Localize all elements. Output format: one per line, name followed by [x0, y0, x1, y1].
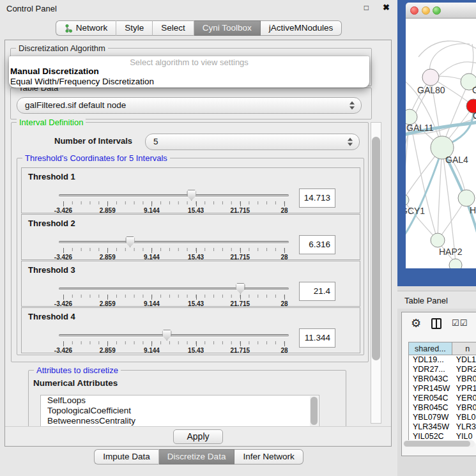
major-tick	[151, 295, 152, 300]
algorithm-combobox-placeholder: Select algorithm to view settings	[9, 58, 369, 67]
minor-ticks	[63, 248, 284, 251]
threshold-1-label: Threshold 1	[28, 172, 75, 181]
table-row[interactable]: YDR27...YDR2	[409, 365, 476, 374]
tab-style[interactable]: Style	[116, 20, 153, 36]
major-tick	[63, 341, 64, 346]
slider-groove[interactable]	[59, 241, 289, 243]
cyni-content: Discretization Algorithm Table Data galF…	[4, 40, 392, 447]
zoom-traffic-light-icon[interactable]	[433, 6, 441, 15]
table-data-group: Table Data galFiltered.sif default node	[10, 88, 372, 119]
major-tick	[107, 248, 108, 253]
slider-thumb[interactable]	[125, 236, 135, 247]
column-header-shared[interactable]: shared...	[408, 342, 452, 355]
scale-label: 28	[280, 207, 288, 214]
column-header-name[interactable]: n	[452, 342, 476, 355]
scale-label: 15.43	[188, 254, 204, 261]
threshold-1-value-field[interactable]: 14.713	[299, 188, 335, 208]
slider-groove[interactable]	[59, 288, 289, 290]
table-cell: YLR345W	[409, 422, 452, 432]
major-tick	[63, 248, 64, 253]
content-vertical-scrollbar[interactable]	[371, 122, 381, 424]
node-hap2[interactable]	[431, 233, 445, 247]
control-panel: Control Panel □ ✖ Network Style Select C…	[0, 0, 397, 476]
table-cell: YBR045C	[409, 403, 452, 413]
tab-cyni-toolbox[interactable]: Cyni Toolbox	[194, 20, 261, 36]
table-row[interactable]: YDL19...YDL1	[409, 355, 476, 365]
node-h[interactable]	[458, 190, 475, 206]
threshold-2-value-field[interactable]: 6.316	[299, 235, 335, 254]
table-cell: YDR27...	[409, 365, 452, 374]
screen: Control Panel □ ✖ Network Style Select C…	[0, 0, 476, 476]
slider-ticks	[63, 341, 284, 346]
right-panel: GAL80 G C GAL11 GAL4 GCY1 H HAP2 Table P…	[397, 0, 476, 476]
table-data-combobox-value: galFiltered.sif default node	[25, 100, 126, 110]
tab-infer-network-label: Infer Network	[243, 450, 294, 464]
close-traffic-light-icon[interactable]	[410, 6, 418, 15]
list-item[interactable]: SelfLoops	[41, 395, 319, 406]
list-item[interactable]: BetweennessCentrality	[41, 416, 319, 426]
minor-ticks	[63, 341, 284, 344]
slider-thumb[interactable]	[236, 283, 245, 294]
table-scrollbar-thumb[interactable]	[404, 441, 470, 447]
algorithm-dropdown-popup: Select algorithm to view settings Manual…	[9, 56, 369, 88]
table-row[interactable]: YPR145WYPR1	[409, 384, 476, 394]
threshold-4-value-field[interactable]: 11.344	[299, 328, 335, 348]
attributes-list-scrollbar[interactable]	[310, 396, 318, 428]
threshold-4-panel: Threshold 4	[21, 307, 360, 353]
slider-thumb[interactable]	[187, 190, 196, 201]
table-row[interactable]: YER054CYER0	[409, 394, 476, 403]
major-tick	[151, 201, 152, 206]
tab-infer-network[interactable]: Infer Network	[234, 449, 303, 464]
table-cell: YBL079W	[409, 413, 452, 422]
attributes-scrollbar-thumb[interactable]	[311, 397, 318, 425]
threshold-3-slider[interactable]: -3.426 2.859 9.144 15.43 21.715 28	[59, 283, 289, 306]
checkbox-icons[interactable]: ☑☑	[452, 318, 468, 328]
table-row[interactable]: YLR345WYLR3	[409, 422, 476, 432]
float-window-icon[interactable]: □	[364, 3, 369, 12]
table-data-combobox[interactable]: galFiltered.sif default node	[17, 97, 362, 114]
node-gal80[interactable]	[422, 69, 439, 86]
minimize-traffic-light-icon[interactable]	[422, 6, 430, 15]
scale-label: 28	[280, 300, 288, 307]
threshold-2-slider[interactable]: -3.426 2.859 9.144 15.43 21.715 28	[59, 236, 289, 259]
dropdown-item-equal-width-frequency[interactable]: Equal Width/Frequency Discretization	[10, 77, 368, 87]
apply-button[interactable]: Apply	[173, 429, 223, 444]
scale-label: 2.859	[100, 254, 116, 261]
table-horizontal-scrollbar[interactable]	[403, 440, 475, 447]
panel-title: Control Panel	[6, 4, 57, 13]
threshold-4-slider[interactable]: -3.426 2.859 9.144 15.43 21.715 28	[59, 330, 289, 353]
gear-icon[interactable]: ⚙	[411, 316, 421, 330]
node-gcy1[interactable]	[406, 194, 409, 206]
number-of-intervals-combobox[interactable]: 5	[145, 134, 360, 150]
table-panel: ⚙ ☑☑ shared... n YDL19...YDL1 YDR27...YD…	[401, 312, 476, 456]
tab-select[interactable]: Select	[153, 20, 194, 36]
table-row[interactable]: YBL079WYBL0	[409, 413, 476, 422]
attributes-group-title: Attributes to discretize	[34, 365, 121, 375]
major-tick	[284, 248, 285, 253]
scale-label: 21.715	[231, 347, 250, 354]
tab-discretize-data[interactable]: Discretize Data	[159, 449, 235, 464]
columns-icon[interactable]	[431, 318, 441, 329]
slider-thumb[interactable]	[162, 330, 172, 341]
threshold-3-value-field[interactable]: 21.4	[299, 282, 335, 301]
threshold-1-slider[interactable]: -3.426 2.859 9.144 15.43 21.715 28	[59, 190, 289, 213]
tab-network[interactable]: Network	[56, 20, 117, 36]
slider-groove[interactable]	[59, 194, 289, 197]
close-icon[interactable]: ✖	[383, 3, 390, 12]
thresholds-group-title: Threshold's Coordinates for 5 Intervals	[22, 153, 170, 163]
dropdown-item-manual-discretization[interactable]: Manual Discretization	[10, 66, 368, 77]
slider-groove[interactable]	[59, 334, 289, 337]
network-canvas[interactable]: GAL80 G C GAL11 GAL4 GCY1 H HAP2	[406, 19, 476, 268]
bottom-tabbar: Impute Data Discretize Data Infer Networ…	[0, 449, 397, 464]
list-item[interactable]: TopologicalCoefficient	[41, 406, 319, 416]
discretization-algorithm-group-title: Discretization Algorithm	[16, 43, 108, 53]
network-window-titlebar[interactable]	[406, 3, 476, 19]
table-row[interactable]: YBR045CYBR0	[409, 403, 476, 413]
tab-impute-data[interactable]: Impute Data	[94, 449, 159, 464]
table-row[interactable]: YBR043CYBR0	[409, 374, 476, 384]
node-label: C	[473, 111, 476, 121]
content-scrollbar-thumb[interactable]	[372, 137, 380, 360]
node-bottom[interactable]	[449, 259, 462, 268]
tab-jactivemnodules[interactable]: jActiveMNodules	[261, 20, 342, 36]
major-tick	[63, 295, 64, 300]
